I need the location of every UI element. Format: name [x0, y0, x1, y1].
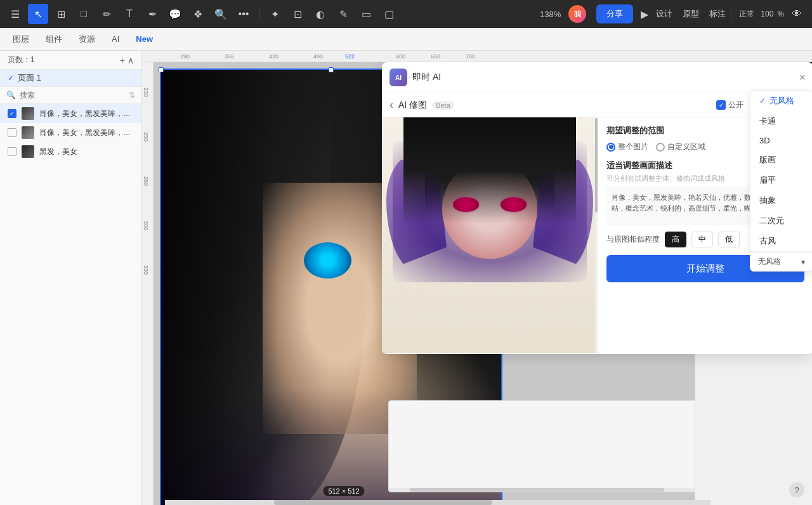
more-icon[interactable]: •••	[233, 4, 254, 24]
color-icon[interactable]: ◐	[310, 4, 331, 24]
style-item-none[interactable]: ✓ 无风格	[750, 91, 812, 111]
layer-checkbox-0[interactable]: ✓	[8, 109, 16, 118]
ruler-mark-490: 490	[313, 53, 323, 60]
expand-layers-icon[interactable]: ⇅	[129, 91, 135, 100]
blend-mode-select[interactable]: 正常	[739, 9, 754, 20]
ruler-mark-290: 290	[180, 53, 190, 60]
page-check-icon: ✓	[8, 74, 14, 82]
magic-icon[interactable]: ✦	[265, 4, 285, 24]
style-flat-label: 扁平	[759, 174, 776, 186]
pages-controls: + ∧	[120, 55, 134, 65]
style-none-label: 无风格	[769, 95, 794, 107]
ai-logo: AI	[390, 69, 407, 86]
style-item-abstract[interactable]: 抽象	[750, 190, 812, 211]
component-icon[interactable]: ❖	[188, 4, 208, 24]
design-label[interactable]: 设计	[656, 8, 672, 20]
style-item-ancient[interactable]: 古风	[750, 231, 812, 251]
eye-detail	[304, 242, 352, 279]
radio-custom-area[interactable]: 自定义区域	[656, 141, 705, 152]
ruler-left: 230 250 280 300 330	[142, 62, 154, 505]
radio-whole-dot	[606, 143, 615, 152]
ruler-top: 290 355 420 490 522 600 650 700	[142, 51, 812, 62]
preview-scrollbar[interactable]	[595, 117, 598, 353]
ruler-left-mark-3: 280	[143, 176, 149, 186]
style-item-cartoon[interactable]: 卡通	[750, 111, 812, 131]
left-shadow	[160, 69, 280, 505]
layer-thumb-2	[22, 145, 34, 158]
search-bar: 🔍 ⇅	[0, 86, 141, 104]
radio-whole-image[interactable]: 整个图片	[606, 141, 648, 152]
radio-custom-dot	[656, 143, 665, 152]
toolbar-divider-2	[731, 8, 731, 20]
search-icon-sm: 🔍	[6, 91, 16, 100]
layer-checkbox-2[interactable]	[8, 147, 16, 156]
similarity-low-button[interactable]: 低	[718, 232, 740, 247]
crop-icon[interactable]: ⊡	[287, 4, 308, 24]
tab-ai[interactable]: AI	[104, 32, 127, 46]
style-item-flat[interactable]: 扁平	[750, 170, 812, 190]
style-item-engraving[interactable]: 版画	[750, 150, 812, 170]
tab-layers[interactable]: 图层	[5, 31, 37, 48]
layer-checkbox-1[interactable]	[8, 128, 16, 137]
ai-feature-title: AI 修图	[398, 100, 427, 111]
frame-icon[interactable]: ⊞	[51, 4, 71, 24]
style-footer-arrow[interactable]: ▾	[801, 258, 805, 266]
collapse-pages-button[interactable]: ∧	[128, 55, 134, 65]
draw-icon[interactable]: ✒	[142, 4, 162, 24]
tab-new[interactable]: New	[128, 32, 160, 46]
eye-icon[interactable]: 👁	[787, 4, 807, 24]
ruler-mark-700: 700	[466, 53, 475, 60]
layer-item-2[interactable]: 黑发，美女	[0, 142, 141, 161]
frame2-icon[interactable]: ▭	[356, 4, 376, 24]
ai-panel-header: AI 即时 AI ×	[382, 62, 812, 93]
shape-icon[interactable]: □	[74, 4, 94, 24]
add-page-button[interactable]: +	[120, 55, 125, 65]
style-item-3d[interactable]: 3D	[750, 131, 812, 150]
thumb-scroll-thumb	[410, 488, 664, 492]
tab-resources[interactable]: 资源	[71, 31, 103, 48]
style-check-icon: ✓	[759, 96, 766, 105]
fairy-eye-right	[501, 197, 527, 211]
public-checkbox[interactable]: ✓	[716, 100, 726, 110]
canvas-area: 290 355 420 490 522 600 650 700 230 250 …	[142, 51, 812, 505]
style-anime-label: 二次元	[759, 215, 784, 226]
ai-nav-back-button[interactable]: ‹	[390, 98, 393, 112]
ai-panel-close-button[interactable]: ×	[799, 71, 806, 84]
avatar[interactable]: 我	[568, 5, 586, 23]
device-icon[interactable]: ▢	[379, 4, 399, 24]
help-button[interactable]: ?	[789, 482, 804, 497]
canvas-size-label: 512 × 512	[323, 486, 364, 496]
share-button[interactable]: 分享	[596, 4, 633, 23]
page-item-1[interactable]: ✓ 页面 1	[0, 70, 141, 86]
mark-label[interactable]: 标注	[709, 8, 726, 20]
ruler-left-mark-2: 250	[143, 132, 149, 141]
comment-icon[interactable]: 💬	[165, 4, 185, 24]
cursor-icon[interactable]: ↖	[28, 4, 48, 24]
style-item-anime[interactable]: 二次元	[750, 211, 812, 231]
fairy-eye-left	[453, 197, 479, 211]
ruler-mark-355: 355	[225, 53, 234, 60]
main-toolbar: ☰ ↖ ⊞ □ ✏ T ✒ 💬 ❖ 🔍 ••• ✦ ⊡ ◐ ✎ ▭ ▢ 138%…	[0, 0, 812, 28]
play-button[interactable]: ▶	[636, 8, 653, 20]
tab-components[interactable]: 组件	[38, 31, 70, 48]
layer-item-1[interactable]: 肖像，美女，黑发美眸，艳若...	[0, 123, 141, 142]
pen-icon[interactable]: ✏	[96, 4, 117, 24]
style-footer-label: 无风格	[758, 256, 781, 267]
similarity-label: 与原图相似程度	[606, 234, 660, 245]
search-input[interactable]	[20, 91, 125, 100]
zoom-control: 138%	[540, 10, 561, 19]
opacity-value[interactable]: 100	[761, 10, 773, 18]
ruler-left-mark-1: 230	[143, 88, 149, 97]
text-icon[interactable]: T	[119, 4, 140, 24]
zoom-value[interactable]: 138%	[540, 10, 561, 19]
prototype-label[interactable]: 原型	[683, 8, 699, 20]
style-engraving-label: 版画	[759, 154, 776, 166]
bottom-scrollbar[interactable]	[165, 500, 710, 505]
similarity-high-button[interactable]: 高	[665, 232, 686, 247]
similarity-mid-button[interactable]: 中	[691, 232, 713, 247]
edit-icon[interactable]: ✎	[333, 4, 353, 24]
search-icon[interactable]: 🔍	[211, 4, 231, 24]
pages-header: 页数：1 + ∧	[0, 51, 141, 70]
menu-icon[interactable]: ☰	[5, 4, 25, 24]
layer-item-0[interactable]: ✓ 肖像，美女，黑发美眸，艳若...	[0, 104, 141, 123]
